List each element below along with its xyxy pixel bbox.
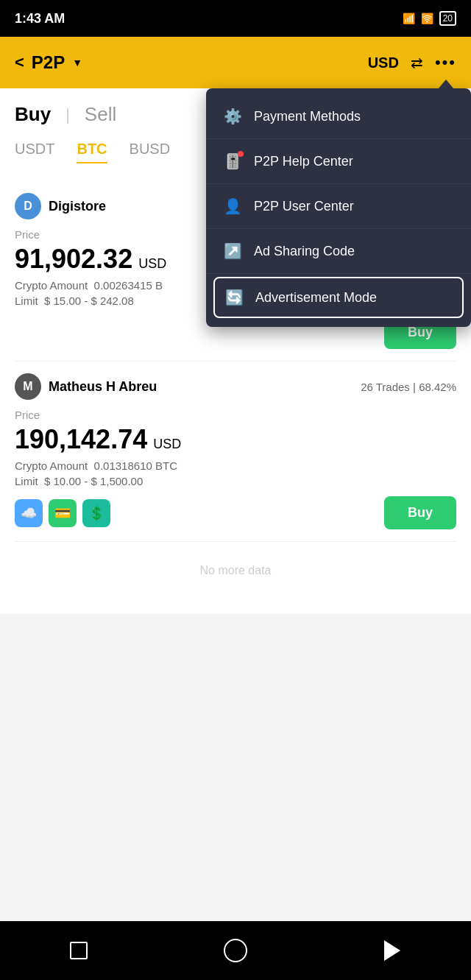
limit-value-1: $ 15.00 - $ 242.08 [44, 295, 134, 307]
listing-card-2: M Matheus H Abreu 26 Trades | 68.42% Pri… [15, 362, 456, 542]
crypto-amount-label-1: Crypto Amount [15, 279, 88, 292]
main-content: ⚙️ Payment Methods 🎚️ P2P Help Center 👤 … [0, 88, 471, 614]
gear-icon: ⚙️ [224, 107, 242, 125]
tab-sell[interactable]: Sell [85, 103, 116, 126]
payment-icon-cloud: ☁️ [15, 499, 43, 527]
bottom-nav-back[interactable] [378, 936, 407, 965]
nav-right: USD ⇄ ••• [368, 53, 456, 72]
seller-stats-2: 26 Trades | 68.42% [361, 381, 456, 393]
bottom-nav [0, 921, 471, 980]
buy-button-2[interactable]: Buy [384, 496, 456, 529]
tab-buy[interactable]: Buy [15, 103, 51, 126]
share-icon: ↗️ [224, 242, 242, 260]
signal-icon: 📶 [403, 13, 415, 24]
triangle-icon [384, 940, 400, 961]
top-nav: < P2P ▼ USD ⇄ ••• [0, 37, 471, 88]
menu-item-p2p-help[interactable]: 🎚️ P2P Help Center [206, 139, 471, 184]
wifi-icon: 🛜 [421, 13, 433, 24]
seller-name-1: Digistore [49, 199, 106, 214]
currency-tab-usdt[interactable]: USDT [15, 141, 54, 163]
menu-label-payment-methods: Payment Methods [254, 109, 361, 124]
status-icons: 📶 🛜 20 [403, 11, 456, 26]
person-icon: 👤 [224, 197, 242, 215]
price-row-2: 190,142.74 USD [15, 424, 456, 455]
payment-icon-card: 💳 [49, 499, 77, 527]
limit-value-2: $ 10.00 - $ 1,500.00 [44, 475, 143, 487]
seller-name-2: Matheus H Abreu [49, 379, 157, 395]
bottom-nav-square[interactable] [64, 936, 93, 965]
no-more-data: No more data [15, 542, 456, 599]
nav-left: < P2P ▼ [15, 52, 82, 73]
currency-tab-btc[interactable]: BTC [77, 141, 107, 163]
square-icon [70, 942, 88, 959]
red-dot [238, 151, 244, 157]
page-title: P2P [32, 52, 65, 73]
bottom-nav-home[interactable] [221, 936, 250, 965]
seller-completion-2: 68.42% [419, 381, 456, 393]
menu-label-advertisement-mode: Advertisement Mode [255, 290, 377, 306]
payment-icons-2: ☁️ 💳 💲 [15, 499, 110, 527]
menu-item-ad-sharing[interactable]: ↗️ Ad Sharing Code [206, 229, 471, 274]
seller-trades-2: 26 Trades [361, 381, 410, 393]
crypto-amount-label-2: Crypto Amount [15, 459, 88, 472]
crypto-amount-2: Crypto Amount 0.01318610 BTC [15, 459, 456, 472]
dropdown-arrow-up [439, 80, 453, 88]
tab-divider: | [65, 105, 70, 124]
limit-label-1: Limit [15, 295, 38, 307]
crypto-amount-value-1: 0.00263415 B [94, 279, 163, 292]
dropdown-menu: ⚙️ Payment Methods 🎚️ P2P Help Center 👤 … [206, 88, 471, 327]
crypto-amount-value-2: 0.01318610 BTC [94, 459, 177, 472]
more-button[interactable]: ••• [435, 53, 456, 72]
status-time: 1:43 AM [15, 11, 65, 27]
status-bar: 1:43 AM 📶 🛜 20 [0, 0, 471, 37]
listing-bottom-2: ☁️ 💳 💲 Buy [15, 496, 456, 529]
menu-label-ad-sharing: Ad Sharing Code [254, 244, 355, 259]
price-value-1: 91,902.32 [15, 244, 132, 275]
menu-item-advertisement-mode[interactable]: 🔄 Advertisement Mode [213, 277, 464, 318]
avatar-1: D [15, 193, 41, 219]
currency-tab-busd[interactable]: BUSD [130, 141, 171, 163]
price-currency-2: USD [153, 437, 181, 452]
payment-icon-dollar: 💲 [82, 499, 110, 527]
adjust-icon: 🎚️ [224, 152, 242, 170]
refresh-icon: 🔄 [225, 289, 244, 306]
price-label-2: Price [15, 409, 456, 421]
menu-item-payment-methods[interactable]: ⚙️ Payment Methods [206, 94, 471, 139]
avatar-2: M [15, 373, 41, 400]
swap-icon[interactable]: ⇄ [411, 54, 423, 71]
circle-icon [224, 939, 247, 962]
currency-label: USD [368, 54, 399, 71]
dropdown-arrow-icon[interactable]: ▼ [72, 57, 82, 68]
limit-row-2: Limit $ 10.00 - $ 1,500.00 [15, 475, 456, 487]
price-value-2: 190,142.74 [15, 424, 147, 455]
menu-label-user-center: P2P User Center [254, 199, 354, 214]
battery-icon: 20 [439, 11, 456, 26]
menu-item-user-center[interactable]: 👤 P2P User Center [206, 184, 471, 229]
back-button[interactable]: < [15, 53, 24, 72]
seller-info-2: M Matheus H Abreu 26 Trades | 68.42% [15, 373, 456, 400]
price-currency-1: USD [138, 256, 166, 272]
limit-label-2: Limit [15, 475, 38, 487]
menu-label-p2p-help: P2P Help Center [254, 154, 353, 169]
